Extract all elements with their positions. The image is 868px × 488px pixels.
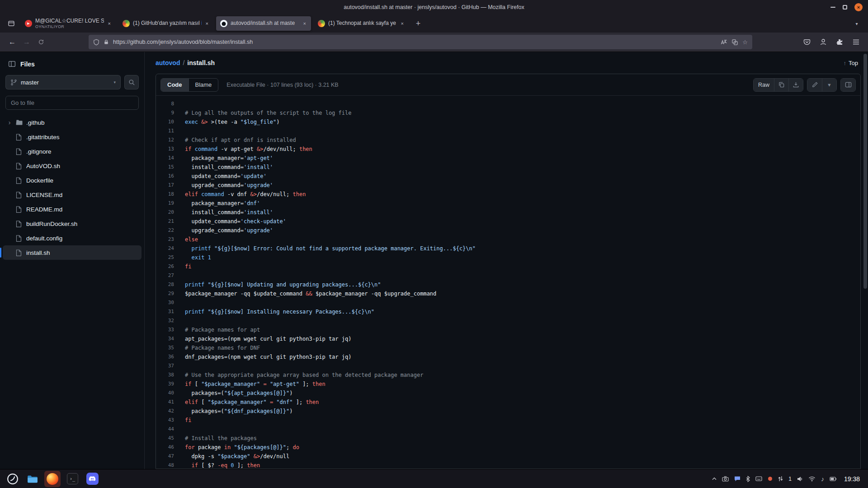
line-number[interactable]: 39 xyxy=(156,380,185,389)
network-arrows-icon[interactable] xyxy=(778,476,783,482)
browser-tab[interactable]: (1) Technopat anlık sayfa ye× xyxy=(314,16,409,31)
file-tree-item-.gitignore[interactable]: .gitignore xyxy=(3,144,142,159)
branch-selector[interactable]: master ▾ xyxy=(5,75,121,89)
line-number[interactable]: 40 xyxy=(156,389,185,398)
keyboard-layout-icon[interactable] xyxy=(755,476,762,481)
tray-expand-icon[interactable] xyxy=(712,477,717,480)
tab-close-icon[interactable]: × xyxy=(107,20,112,27)
account-icon[interactable] xyxy=(816,35,830,49)
list-all-tabs-icon[interactable]: ▾ xyxy=(850,17,863,30)
code-tab[interactable]: Code xyxy=(161,79,189,91)
music-icon[interactable]: ♪ xyxy=(821,475,824,483)
line-number[interactable]: 12 xyxy=(156,136,185,145)
file-tree-item-LICENSE.md[interactable]: LICENSE.md xyxy=(3,188,142,202)
tab-close-icon[interactable]: × xyxy=(302,20,307,27)
volume-icon[interactable] xyxy=(797,476,803,482)
file-tree-item-README.md[interactable]: README.md xyxy=(3,202,142,216)
line-number[interactable]: 48 xyxy=(156,461,185,469)
translate-icon[interactable] xyxy=(720,39,727,46)
line-number[interactable]: 28 xyxy=(156,280,185,289)
line-number[interactable]: 14 xyxy=(156,154,185,163)
line-number[interactable]: 18 xyxy=(156,190,185,199)
firefox-view-icon[interactable] xyxy=(5,17,18,30)
line-number[interactable]: 47 xyxy=(156,452,185,461)
extensions-icon[interactable] xyxy=(833,35,846,49)
breadcrumb-repo-link[interactable]: autovod xyxy=(156,59,180,66)
line-number[interactable]: 8 xyxy=(156,99,185,108)
edit-pencil-icon[interactable] xyxy=(807,79,822,91)
line-number[interactable]: 10 xyxy=(156,117,185,127)
line-number[interactable]: 33 xyxy=(156,325,185,334)
tab-close-icon[interactable]: × xyxy=(205,20,209,27)
raw-button[interactable]: Raw xyxy=(754,79,774,91)
chat-icon[interactable] xyxy=(734,476,741,482)
file-tree-item-buildRunDocker.sh[interactable]: buildRunDocker.sh xyxy=(3,216,142,231)
line-number[interactable]: 17 xyxy=(156,181,185,190)
search-this-repo-button[interactable] xyxy=(124,75,139,89)
page-translate-icon[interactable] xyxy=(731,39,738,46)
window-maximize-button[interactable] xyxy=(843,5,847,9)
file-manager-icon[interactable] xyxy=(24,471,41,487)
page-scrollbar[interactable] xyxy=(863,54,867,289)
lock-icon[interactable] xyxy=(104,39,109,45)
line-number[interactable]: 24 xyxy=(156,244,185,253)
line-number[interactable]: 25 xyxy=(156,253,185,262)
line-number[interactable]: 9 xyxy=(156,108,185,117)
url-bar[interactable]: https://github.com/jenslys/autovod/blob/… xyxy=(89,35,752,49)
pocket-icon[interactable] xyxy=(800,35,814,49)
screenshot-camera-icon[interactable] xyxy=(722,476,729,482)
line-number[interactable]: 29 xyxy=(156,289,185,298)
bluetooth-icon[interactable] xyxy=(746,476,750,482)
line-number[interactable]: 13 xyxy=(156,145,185,154)
line-number[interactable]: 45 xyxy=(156,434,185,443)
file-tree-item-Dockerfile[interactable]: Dockerfile xyxy=(3,173,142,188)
file-tree-item-default.config[interactable]: default.config xyxy=(3,231,142,245)
line-number[interactable]: 42 xyxy=(156,407,185,416)
browser-tab[interactable]: (1) GitHub'dan yazılım nasıl i× xyxy=(118,16,213,31)
browser-tab[interactable]: ▶M@GICAL☆CURE! LOVE SHOYNATILIYOR× xyxy=(21,16,116,31)
line-number[interactable]: 22 xyxy=(156,226,185,235)
line-number[interactable]: 44 xyxy=(156,425,185,434)
copy-icon[interactable] xyxy=(774,79,788,91)
back-button[interactable]: ← xyxy=(5,35,19,49)
file-tree-item-install.sh[interactable]: install.sh xyxy=(3,245,142,260)
menu-icon[interactable] xyxy=(849,35,863,49)
line-number[interactable]: 41 xyxy=(156,398,185,407)
edit-dropdown-caret-icon[interactable]: ▾ xyxy=(822,79,836,91)
line-number[interactable]: 19 xyxy=(156,199,185,208)
line-number[interactable]: 46 xyxy=(156,443,185,452)
line-number[interactable]: 11 xyxy=(156,127,185,136)
battery-icon[interactable] xyxy=(830,477,837,481)
line-number[interactable]: 21 xyxy=(156,217,185,226)
line-number[interactable]: 43 xyxy=(156,416,185,425)
line-number[interactable]: 31 xyxy=(156,307,185,316)
line-number[interactable]: 27 xyxy=(156,271,185,280)
tab-close-icon[interactable]: × xyxy=(400,20,405,27)
line-number[interactable]: 30 xyxy=(156,298,185,307)
line-number[interactable]: 32 xyxy=(156,316,185,325)
blame-tab[interactable]: Blame xyxy=(189,79,218,91)
line-number[interactable]: 26 xyxy=(156,262,185,271)
line-number[interactable]: 34 xyxy=(156,334,185,343)
bookmark-star-icon[interactable]: ☆ xyxy=(742,39,748,46)
line-number[interactable]: 16 xyxy=(156,172,185,181)
line-number[interactable]: 35 xyxy=(156,343,185,352)
back-to-top-link[interactable]: ↑ Top xyxy=(844,60,858,66)
discord-icon[interactable] xyxy=(84,471,100,487)
terminal-icon[interactable]: ›_ xyxy=(64,471,80,487)
file-tree-item-AutoVOD.sh[interactable]: AutoVOD.sh xyxy=(3,159,142,173)
line-number[interactable]: 23 xyxy=(156,235,185,244)
app-menu-lubuntu-icon[interactable] xyxy=(5,471,21,487)
download-icon[interactable] xyxy=(788,79,803,91)
line-number[interactable]: 15 xyxy=(156,163,185,172)
window-close-button[interactable]: × xyxy=(854,3,863,11)
firefox-icon[interactable] xyxy=(44,471,61,487)
wifi-icon[interactable] xyxy=(808,476,816,482)
sidebar-panel-icon[interactable] xyxy=(8,60,16,68)
file-tree-item-.gitattributes[interactable]: .gitattributes xyxy=(3,130,142,144)
line-number[interactable]: 37 xyxy=(156,361,185,371)
symbols-panel-icon[interactable] xyxy=(841,79,855,91)
line-number[interactable]: 36 xyxy=(156,352,185,361)
browser-tab[interactable]: autovod/install.sh at maste× xyxy=(216,16,311,31)
line-number[interactable]: 38 xyxy=(156,371,185,380)
